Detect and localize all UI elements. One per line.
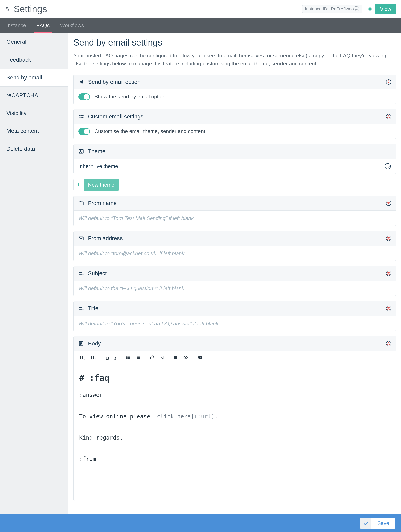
svg-text:?: ? <box>199 356 201 359</box>
from-address-input[interactable] <box>78 250 391 257</box>
sidebar-item-delete-data[interactable]: Delete data <box>0 140 68 158</box>
lang-badge[interactable]: 文 <box>386 201 391 206</box>
lang-badge[interactable]: 文 <box>386 306 391 311</box>
svg-rect-21 <box>79 236 83 240</box>
envelope-icon <box>78 235 84 241</box>
editor-line: :answer <box>79 390 390 400</box>
toolbar-image[interactable] <box>157 354 166 362</box>
toolbar-h3[interactable]: H3 <box>88 354 99 363</box>
input-body-subject <box>74 281 395 296</box>
card-from-address: From address 文 <box>73 231 396 261</box>
toolbar-book[interactable] <box>171 354 180 362</box>
svg-rect-14 <box>79 149 83 153</box>
card-body-field: Body 文 H2 H3 B I 123 ? <box>73 336 396 501</box>
tab-instance[interactable]: Instance <box>1 18 31 33</box>
lang-badge[interactable]: 文 <box>386 114 391 119</box>
svg-text:3: 3 <box>136 358 136 359</box>
subject-input[interactable] <box>78 285 391 292</box>
toolbar-link[interactable] <box>147 354 157 362</box>
svg-rect-39 <box>127 358 130 359</box>
text-field-icon <box>78 271 84 276</box>
card-header-title-field: Title 文 <box>74 301 395 316</box>
editor-line: To view online please [click here](:url)… <box>79 411 390 422</box>
footer: Save <box>0 513 401 532</box>
sidebar-item-meta-content[interactable]: Meta content <box>0 122 68 140</box>
svg-rect-35 <box>127 356 130 357</box>
new-theme-button[interactable]: New theme <box>84 179 119 191</box>
sidebar-item-visibility[interactable]: Visibility <box>0 104 68 122</box>
badge-icon <box>78 200 84 206</box>
copy-icon[interactable] <box>356 7 359 11</box>
toolbar-h2[interactable]: H2 <box>77 354 88 363</box>
toolbar-sep <box>101 355 101 361</box>
lang-badge[interactable]: 文 <box>386 236 391 241</box>
sidebar: General Feedback Send by email reCAPTCHA… <box>0 33 68 513</box>
lang-badge[interactable]: 文 <box>386 341 391 346</box>
page-title-header: Settings <box>14 4 47 14</box>
toolbar-italic[interactable]: I <box>112 354 119 362</box>
new-theme-group: + New theme <box>73 179 119 191</box>
card-body-option: Show the send by email option <box>74 89 395 104</box>
svg-rect-37 <box>127 357 130 358</box>
toolbar-help[interactable]: ? <box>196 354 205 362</box>
theme-select[interactable]: Inherit live theme <box>74 159 395 174</box>
paper-plane-icon <box>78 79 84 85</box>
card-header-from-name: From name 文 <box>74 196 395 211</box>
card-theme: Theme Inherit live theme <box>73 144 396 174</box>
toolbar-ol[interactable]: 123 <box>133 354 142 362</box>
svg-rect-42 <box>137 358 140 359</box>
svg-point-38 <box>126 358 127 359</box>
view-eye-icon[interactable] <box>365 5 375 13</box>
svg-point-11 <box>82 117 83 118</box>
editor-toolbar: H2 H3 B I 123 ? <box>74 351 395 365</box>
instance-id-badge[interactable]: Instance ID: tRaFrYJwoo <box>302 5 362 13</box>
sidebar-item-general[interactable]: General <box>0 33 68 51</box>
image-icon <box>78 149 84 154</box>
text-field-icon <box>78 306 84 311</box>
svg-rect-17 <box>81 201 82 202</box>
card-header-from-address: From address 文 <box>74 231 395 246</box>
card-title-from-address: From address <box>88 235 123 241</box>
editor-textarea[interactable]: # :faq :answer To view online please [cl… <box>74 365 395 500</box>
toolbar-bold[interactable]: B <box>104 354 112 362</box>
from-name-input[interactable] <box>78 215 391 222</box>
sidebar-item-feedback[interactable]: Feedback <box>0 51 68 69</box>
card-title-field: Title 文 <box>73 301 396 331</box>
lang-badge[interactable]: 文 <box>386 79 391 85</box>
toolbar-preview[interactable] <box>181 354 191 362</box>
sidebar-item-recaptcha[interactable]: reCAPTCHA <box>0 87 68 104</box>
view-button[interactable]: View <box>375 4 396 14</box>
save-button[interactable]: Save <box>371 518 395 529</box>
card-title-from-name: From name <box>88 200 117 206</box>
header-right: Instance ID: tRaFrYJwoo View <box>302 4 396 14</box>
card-from-name: From name 文 <box>73 196 396 226</box>
sidebar-item-send-by-email[interactable]: Send by email <box>0 69 68 87</box>
input-body-from-address <box>74 246 395 261</box>
svg-point-18 <box>80 203 81 204</box>
document-icon <box>78 341 84 346</box>
card-option: Send by email option 文 Show the send by … <box>73 75 396 104</box>
toolbar-sep <box>145 355 145 361</box>
plus-icon: + <box>74 179 84 191</box>
title-input[interactable] <box>78 321 391 327</box>
header-left: Settings <box>5 4 47 14</box>
toolbar-ul[interactable] <box>123 354 133 362</box>
main: Send by email settings Your hosted FAQ p… <box>68 33 401 513</box>
toolbar-sep <box>193 355 193 361</box>
view-group: View <box>364 4 396 14</box>
card-header-option: Send by email option 文 <box>74 75 395 89</box>
tab-faqs[interactable]: FAQs <box>31 18 55 33</box>
lang-badge[interactable]: 文 <box>386 271 391 276</box>
toggle-option[interactable] <box>78 93 90 100</box>
svg-point-3 <box>8 10 9 11</box>
instance-id-text: Instance ID: tRaFrYJwoo <box>305 6 354 12</box>
toggle-custom[interactable] <box>78 128 90 135</box>
card-header-custom: Custom email settings 文 <box>74 109 395 124</box>
input-body-title <box>74 316 395 331</box>
card-title-subject: Subject <box>88 270 107 277</box>
chevron-down-icon <box>385 163 391 169</box>
tab-workflows[interactable]: Workflows <box>55 18 89 33</box>
sliders-icon <box>78 114 84 120</box>
editor-line: :from <box>79 454 390 464</box>
editor-line: Kind regards, <box>79 432 390 443</box>
